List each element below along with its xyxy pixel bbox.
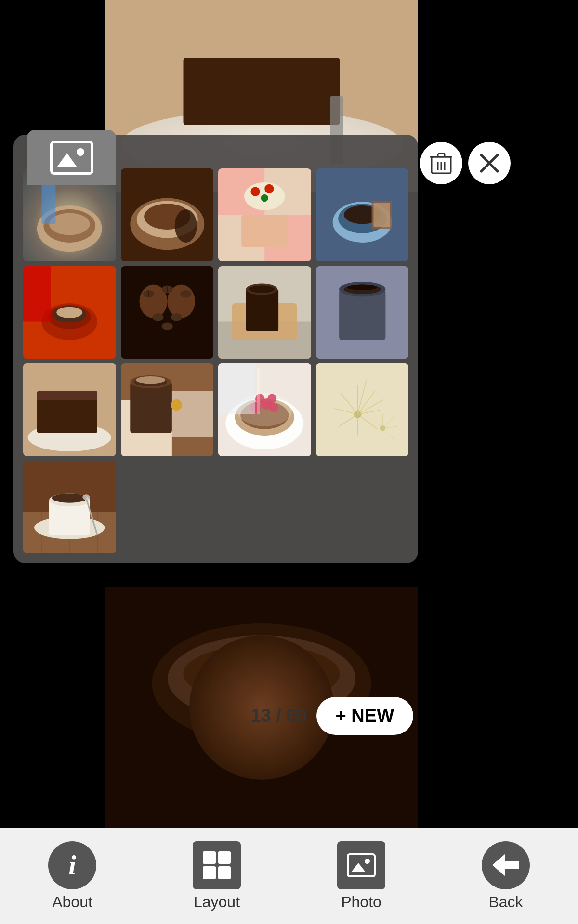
svg-point-50: [161, 322, 172, 330]
svg-rect-54: [246, 289, 278, 331]
photo-cell-4[interactable]: [316, 168, 409, 261]
photo-cell-8[interactable]: [316, 266, 409, 359]
photo-cell-9[interactable]: [23, 363, 116, 456]
layout-label: Layout: [194, 893, 240, 911]
svg-rect-85: [218, 363, 255, 414]
photo-cell-6[interactable]: [121, 266, 214, 359]
main-panel: [13, 135, 418, 563]
photo-cell-13[interactable]: [23, 461, 116, 554]
back-icon-container: [482, 841, 530, 889]
svg-rect-38: [23, 266, 51, 322]
svg-point-48: [152, 313, 163, 321]
about-label: About: [52, 893, 92, 911]
photo-cell-11[interactable]: [218, 363, 311, 456]
svg-rect-39: [121, 266, 214, 359]
svg-rect-59: [339, 289, 385, 340]
back-arrow-icon: [491, 852, 520, 878]
svg-point-104: [355, 435, 360, 440]
svg-point-17: [174, 209, 197, 243]
svg-point-62: [347, 284, 377, 290]
delete-button[interactable]: [420, 142, 462, 184]
photo-grid: [23, 168, 408, 553]
nav-layout[interactable]: Layout: [144, 841, 289, 911]
nav-back[interactable]: Back: [434, 841, 578, 911]
about-icon: i: [48, 841, 96, 889]
svg-point-47: [180, 290, 191, 297]
svg-point-25: [261, 194, 268, 202]
svg-point-108: [382, 396, 388, 401]
svg-point-74: [171, 399, 182, 411]
photo-cell-10[interactable]: [121, 363, 214, 456]
close-button[interactable]: [468, 142, 511, 184]
svg-rect-2: [184, 58, 340, 125]
grid-icon: [203, 851, 231, 879]
photo-tab[interactable]: [27, 130, 116, 185]
action-buttons: [420, 142, 511, 184]
svg-point-102: [380, 407, 385, 412]
new-button[interactable]: + NEW: [316, 697, 413, 735]
photo-cell-3[interactable]: [218, 168, 311, 261]
svg-point-106: [329, 405, 335, 411]
svg-point-100: [355, 379, 360, 385]
photo-counter: 13 / 60: [250, 706, 306, 726]
svg-rect-66: [37, 391, 97, 400]
svg-point-7: [184, 645, 340, 703]
svg-point-107: [364, 374, 370, 380]
svg-point-105: [333, 425, 339, 431]
counter-bar: 13 / 60 + NEW: [13, 697, 418, 735]
photo-cell-12[interactable]: [316, 363, 409, 456]
svg-point-49: [171, 313, 182, 321]
svg-rect-70: [130, 382, 172, 433]
svg-marker-136: [492, 854, 519, 876]
layout-icon: [193, 841, 241, 889]
svg-point-125: [82, 494, 90, 500]
photo-nav-icon: [347, 853, 376, 877]
back-label: Back: [488, 893, 523, 911]
photo-nav-icon-container: [337, 841, 385, 889]
photo-label: Photo: [341, 893, 381, 911]
svg-point-99: [336, 388, 342, 394]
bottom-navigation: i About Layout Photo Back: [0, 828, 578, 924]
svg-point-24: [264, 184, 274, 193]
svg-point-101: [373, 386, 379, 392]
svg-rect-31: [373, 203, 390, 227]
svg-point-23: [250, 187, 260, 196]
svg-point-123: [52, 493, 87, 502]
svg-rect-87: [316, 363, 409, 456]
svg-rect-86: [257, 368, 260, 414]
nav-about[interactable]: i About: [0, 841, 144, 911]
photo-cell-7[interactable]: [218, 266, 311, 359]
svg-point-56: [249, 285, 275, 293]
photo-cell-2[interactable]: [121, 168, 214, 261]
nav-photo[interactable]: Photo: [289, 841, 434, 911]
svg-point-37: [56, 307, 82, 318]
svg-point-73: [135, 376, 165, 384]
photo-tab-icon: [50, 141, 93, 175]
photo-cell-5[interactable]: [23, 266, 116, 359]
svg-rect-21: [241, 215, 288, 247]
